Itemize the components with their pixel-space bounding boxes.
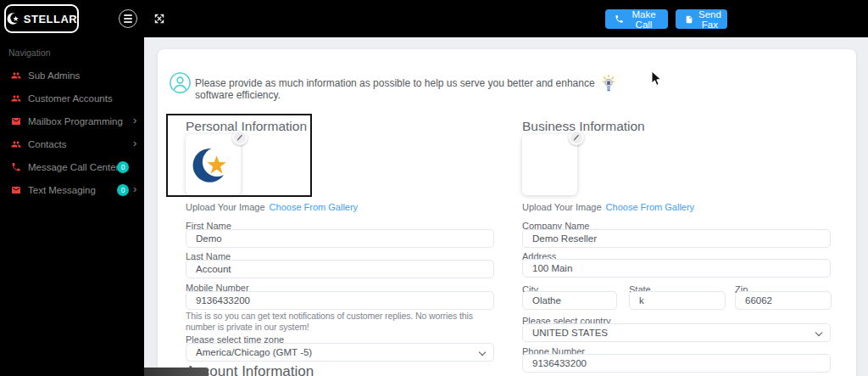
fax-document-icon bbox=[685, 14, 693, 25]
country-select[interactable]: UNITED STATES bbox=[522, 323, 831, 342]
phone-icon bbox=[615, 14, 624, 24]
sidebar-item-mailbox-programming[interactable]: Mailbox Programming › bbox=[0, 109, 144, 132]
brand-name: STELLAR bbox=[24, 13, 77, 25]
mail-icon bbox=[11, 185, 21, 195]
sidebar-item-contacts[interactable]: Contacts › bbox=[0, 132, 144, 155]
business-info-title: Business Information bbox=[522, 119, 645, 134]
city-input[interactable] bbox=[522, 291, 617, 310]
pencil-icon bbox=[572, 133, 581, 142]
edit-personal-image-button[interactable] bbox=[232, 130, 248, 145]
sidebar-item-customer-accounts[interactable]: Customer Accounts bbox=[0, 87, 144, 109]
mobile-help-text: This is so you can get text notification… bbox=[186, 311, 501, 333]
info-banner-message: Please provide as much information as po… bbox=[195, 77, 602, 101]
sidebar-nav: Navigation Sub Admins Customer Accounts … bbox=[0, 37, 144, 376]
status-tooltip-bar bbox=[144, 368, 209, 376]
zip-input[interactable] bbox=[735, 291, 832, 310]
company-name-input[interactable] bbox=[522, 229, 831, 248]
upload-image-label: Upload Your Image bbox=[186, 202, 265, 212]
choose-from-gallery-link[interactable]: Choose From Gallery bbox=[606, 202, 695, 212]
last-name-input[interactable] bbox=[186, 260, 494, 278]
user-avatar-icon bbox=[169, 71, 192, 94]
send-fax-button[interactable]: Send Fax bbox=[676, 9, 727, 29]
nav-section-label: Navigation bbox=[8, 48, 51, 58]
chevron-right-icon: › bbox=[133, 114, 136, 127]
main-content: Please provide as much information as po… bbox=[144, 37, 868, 376]
business-profile-image[interactable] bbox=[522, 134, 577, 195]
state-input[interactable] bbox=[629, 291, 726, 310]
stellar-logo-image bbox=[189, 140, 238, 189]
business-upload-row: Upload Your ImageChoose From Gallery bbox=[522, 202, 694, 212]
first-name-input[interactable] bbox=[186, 229, 494, 248]
crescent-star-icon bbox=[6, 11, 21, 26]
users-icon bbox=[11, 70, 21, 81]
sidebar-toggle-button[interactable] bbox=[119, 9, 137, 28]
mail-icon bbox=[11, 116, 21, 126]
profile-card: Please provide as much information as po… bbox=[158, 49, 856, 376]
app-window: STELLAR Make Call bbox=[0, 0, 868, 376]
lightbulb-icon bbox=[602, 75, 615, 93]
upload-image-label: Upload Your Image bbox=[522, 202, 602, 212]
topbar: STELLAR Make Call bbox=[0, 0, 868, 37]
users-icon bbox=[11, 93, 21, 104]
personal-profile-image[interactable] bbox=[186, 134, 241, 195]
edit-business-image-button[interactable] bbox=[569, 130, 584, 145]
users-icon bbox=[11, 139, 21, 149]
personal-upload-row: Upload Your ImageChoose From Gallery bbox=[186, 202, 358, 212]
timezone-select[interactable]: America/Chicago (GMT -5) bbox=[186, 343, 494, 362]
chevron-right-icon: › bbox=[133, 182, 136, 196]
address-input[interactable] bbox=[522, 259, 831, 278]
pencil-icon bbox=[236, 133, 244, 142]
sidebar-item-sub-admins[interactable]: Sub Admins bbox=[0, 64, 144, 87]
phone-number-input[interactable] bbox=[522, 354, 831, 373]
brand-logo[interactable]: STELLAR bbox=[4, 4, 79, 33]
chevron-down-icon bbox=[815, 329, 822, 336]
mobile-number-input[interactable] bbox=[186, 291, 494, 310]
personal-info-title: Personal Information bbox=[186, 119, 307, 134]
hamburger-icon bbox=[124, 14, 132, 16]
unread-count-badge: 0 bbox=[117, 161, 129, 173]
chevron-down-icon bbox=[479, 349, 486, 356]
chevron-right-icon: › bbox=[133, 137, 136, 150]
sidebar-item-text-messaging[interactable]: Text Messaging 0 › bbox=[0, 178, 144, 201]
choose-from-gallery-link[interactable]: Choose From Gallery bbox=[270, 202, 359, 212]
make-call-button[interactable]: Make Call bbox=[605, 9, 668, 29]
phone-icon bbox=[11, 162, 21, 172]
fullscreen-expand-icon[interactable] bbox=[153, 13, 165, 25]
unread-count-badge: 0 bbox=[117, 184, 129, 196]
sidebar-item-message-call-center[interactable]: Message Call Center 0 bbox=[0, 155, 144, 178]
